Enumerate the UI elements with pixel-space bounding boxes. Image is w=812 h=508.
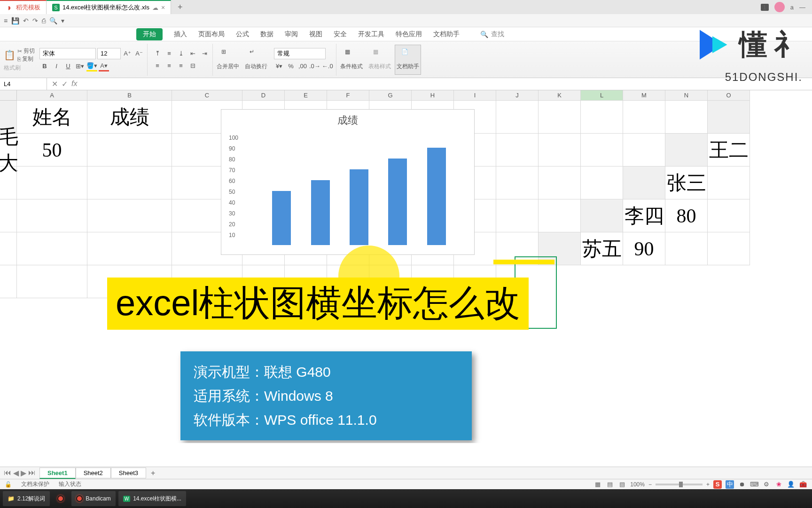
ribbon-tab-review[interactable]: 审阅 xyxy=(285,30,298,39)
confirm-icon[interactable]: ✓ xyxy=(62,79,68,88)
ribbon-tab-data[interactable]: 数据 xyxy=(260,30,273,39)
sheet-tab[interactable]: Sheet2 xyxy=(76,468,111,478)
chart-bar[interactable] xyxy=(311,180,330,245)
spreadsheet-area[interactable]: A B C D E F G H I J K L M N O 姓名 成绩 毛大 5… xyxy=(0,90,812,443)
cell[interactable]: 50 xyxy=(17,134,87,167)
sheet-tab[interactable]: Sheet3 xyxy=(111,468,146,478)
col-header[interactable]: G xyxy=(369,90,412,101)
col-header[interactable]: A xyxy=(17,90,87,101)
sheet-nav-next-icon[interactable]: ▶ xyxy=(21,468,26,477)
tab-add-button[interactable]: + xyxy=(171,2,189,12)
font-size-select[interactable] xyxy=(97,48,121,59)
taskbar-wps[interactable]: W 14.excel柱状图横... xyxy=(118,491,186,506)
percent-icon[interactable]: % xyxy=(286,61,296,71)
cell[interactable]: 80 xyxy=(665,199,708,232)
fill-color-button[interactable]: 🪣▾ xyxy=(86,61,97,71)
fx-icon[interactable]: fx xyxy=(71,79,77,88)
col-header[interactable]: H xyxy=(412,90,454,101)
taskbar-folder[interactable]: 📁 2.12解说词 xyxy=(3,491,50,506)
ime-skin-icon[interactable]: ❀ xyxy=(774,480,783,489)
ime-toolbox-icon[interactable]: 🧰 xyxy=(799,480,807,489)
col-header[interactable]: D xyxy=(242,90,285,101)
zoom-out-icon[interactable]: − xyxy=(648,481,652,488)
ribbon-tab-insert[interactable]: 插入 xyxy=(174,30,187,39)
col-header[interactable]: I xyxy=(454,90,496,101)
cell-reference[interactable]: L4 xyxy=(0,78,47,90)
wrap-text-button[interactable]: ↵ 自动换行 xyxy=(243,45,269,75)
align-bottom-icon[interactable]: ⤓ xyxy=(176,48,186,59)
cancel-icon[interactable]: ✕ xyxy=(52,79,58,88)
comma-icon[interactable]: ,00 xyxy=(297,61,308,71)
indent-dec-icon[interactable]: ⇤ xyxy=(187,48,198,59)
cell[interactable] xyxy=(708,167,750,199)
tab-close-icon[interactable]: × xyxy=(161,4,165,11)
redo-icon[interactable]: ↷ xyxy=(32,17,38,24)
user-avatar[interactable] xyxy=(774,2,785,12)
align-right-icon[interactable]: ≡ xyxy=(176,61,186,71)
cell[interactable]: 毛大 xyxy=(0,134,17,167)
row-header[interactable] xyxy=(623,167,665,199)
sheet-nav-first-icon[interactable]: ⏮ xyxy=(4,468,11,477)
menu-icon[interactable]: ≡ xyxy=(4,17,8,24)
paste-icon[interactable]: 📋 xyxy=(4,49,16,61)
cell[interactable]: 王二 xyxy=(708,134,750,167)
notification-badge[interactable]: 1 xyxy=(761,4,769,11)
ribbon-tab-view[interactable]: 视图 xyxy=(309,30,322,39)
italic-button[interactable]: I xyxy=(51,61,62,71)
chart-bar[interactable] xyxy=(427,148,446,245)
chart-object[interactable]: 成绩 102030405060708090100 xyxy=(221,109,475,255)
cut-icon[interactable]: ✂ xyxy=(17,48,22,55)
ribbon-tab-formula[interactable]: 公式 xyxy=(236,30,249,39)
row-header[interactable] xyxy=(581,199,623,232)
number-format-select[interactable] xyxy=(274,48,326,59)
taskbar-bandicam[interactable]: Bandicam xyxy=(71,491,115,506)
cell[interactable]: 张三 xyxy=(665,167,708,199)
decrease-font-icon[interactable]: A⁻ xyxy=(134,48,144,59)
sogou-ime-icon[interactable]: S xyxy=(713,480,722,489)
ribbon-tab-dev[interactable]: 开发工具 xyxy=(358,30,384,39)
font-color-button[interactable]: A▾ xyxy=(99,61,109,71)
ribbon-tab-feature[interactable]: 特色应用 xyxy=(396,30,422,39)
sheet-add-button[interactable]: + xyxy=(146,469,160,477)
chart-bar[interactable] xyxy=(388,159,407,245)
dropdown-icon[interactable]: ▾ xyxy=(61,17,64,24)
ime-user-icon[interactable]: 👤 xyxy=(787,480,795,489)
border-button[interactable]: ⊞▾ xyxy=(75,61,85,71)
protect-icon[interactable]: 🔓 xyxy=(5,481,12,488)
underline-button[interactable]: U xyxy=(63,61,73,71)
col-header[interactable]: L xyxy=(581,90,623,101)
col-header[interactable]: N xyxy=(665,90,708,101)
save-icon[interactable]: 💾 xyxy=(11,17,19,24)
cell[interactable]: 姓名 xyxy=(17,101,87,134)
ribbon-tab-layout[interactable]: 页面布局 xyxy=(198,30,225,39)
currency-icon[interactable]: ¥▾ xyxy=(274,61,284,71)
col-header[interactable]: E xyxy=(285,90,327,101)
brush-label[interactable]: 格式刷 xyxy=(4,64,21,72)
sheet-tab[interactable]: Sheet1 xyxy=(39,468,76,479)
merge-split-icon[interactable]: ⊟ xyxy=(187,61,198,71)
ime-keyboard-icon[interactable]: ⌨ xyxy=(750,480,758,489)
ribbon-tab-start[interactable]: 开始 xyxy=(136,28,163,40)
align-center-icon[interactable]: ≡ xyxy=(164,61,174,71)
tab-template[interactable]: ◗ 稻壳模板 xyxy=(0,0,47,14)
dec-dec-icon[interactable]: ←.0 xyxy=(322,61,333,71)
chart-bar[interactable] xyxy=(350,169,368,245)
ribbon-search[interactable]: 🔍 查找 xyxy=(480,30,504,39)
col-header[interactable]: K xyxy=(539,90,581,101)
tab-file[interactable]: S 14.excel柱状图横坐标怎么改.xls ☁ × xyxy=(47,0,171,14)
ribbon-tab-helper[interactable]: 文档助手 xyxy=(433,30,460,39)
cell[interactable]: 苏五 xyxy=(581,232,623,265)
preview-icon[interactable]: 🔍 xyxy=(49,17,57,24)
col-header[interactable]: J xyxy=(496,90,539,101)
dec-inc-icon[interactable]: .0→ xyxy=(309,61,320,71)
ime-punct-icon[interactable]: ⏺ xyxy=(738,480,746,489)
print-icon[interactable]: ⎙ xyxy=(42,17,46,24)
minimize-button[interactable]: — xyxy=(799,4,805,11)
row-header[interactable] xyxy=(665,134,708,167)
align-top-icon[interactable]: ⤒ xyxy=(152,48,163,59)
col-header[interactable]: F xyxy=(327,90,369,101)
col-header[interactable]: B xyxy=(87,90,172,101)
view-break-icon[interactable]: ▧ xyxy=(618,480,626,489)
bold-button[interactable]: B xyxy=(39,61,50,71)
increase-font-icon[interactable]: A⁺ xyxy=(122,48,133,59)
